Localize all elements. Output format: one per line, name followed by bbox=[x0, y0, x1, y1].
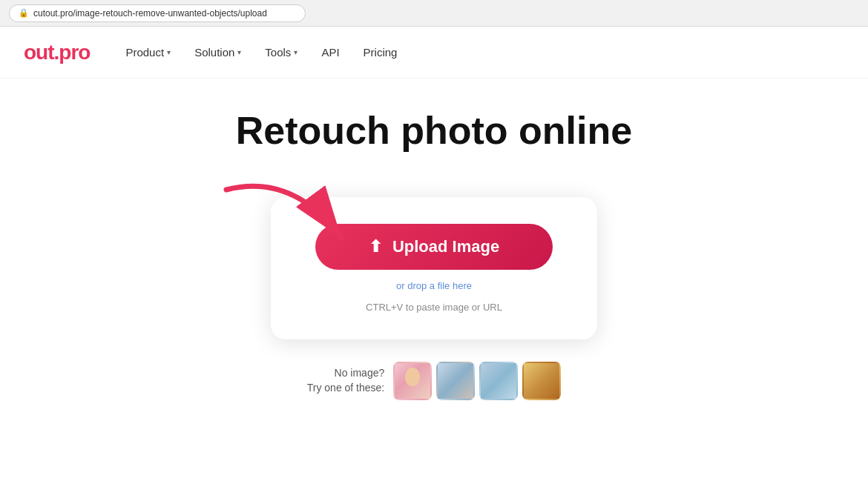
paste-text: CTRL+V to paste image or URL bbox=[366, 302, 502, 313]
nav-label-product: Product bbox=[125, 46, 164, 59]
nav-item-solution[interactable]: Solution ▾ bbox=[194, 46, 241, 59]
sample-label: No image? Try one of these: bbox=[307, 366, 385, 395]
nav-label-pricing: Pricing bbox=[364, 46, 398, 59]
chevron-down-icon: ▾ bbox=[237, 48, 241, 56]
nav-link-tools[interactable]: Tools ▾ bbox=[265, 46, 297, 59]
nav-label-tools: Tools bbox=[265, 46, 291, 59]
sample-thumb-3[interactable] bbox=[479, 362, 518, 400]
sample-label-line1: No image? bbox=[335, 367, 385, 379]
sample-label-line2: Try one of these: bbox=[307, 382, 385, 394]
nav-link-product[interactable]: Product ▾ bbox=[125, 46, 171, 59]
logo[interactable]: out.pro bbox=[24, 41, 90, 64]
lock-icon: 🔒 bbox=[19, 8, 29, 18]
nav-item-pricing[interactable]: Pricing bbox=[364, 46, 398, 59]
sample-thumb-2[interactable] bbox=[436, 362, 475, 400]
sample-section: No image? Try one of these: bbox=[307, 362, 562, 400]
url-bar[interactable]: 🔒 cutout.pro/image-retouch-remove-unwant… bbox=[9, 4, 306, 22]
upload-section: ⬆ Upload Image or drop a file here CTRL+… bbox=[174, 197, 694, 400]
nav-item-api[interactable]: API bbox=[321, 46, 339, 59]
sample-images bbox=[393, 362, 561, 400]
nav-item-product[interactable]: Product ▾ bbox=[125, 46, 171, 59]
upload-icon: ⬆ bbox=[369, 237, 382, 256]
nav-link-api[interactable]: API bbox=[321, 46, 339, 59]
arrow-icon bbox=[211, 175, 360, 264]
arrow-container bbox=[211, 175, 360, 264]
upload-button-label: Upload Image bbox=[392, 237, 499, 256]
nav-label-api: API bbox=[321, 46, 339, 59]
main-content: Retouch photo online ⬆ Upload Image or d… bbox=[0, 79, 868, 430]
chevron-down-icon: ▾ bbox=[294, 48, 297, 56]
nav-links: Product ▾ Solution ▾ Tools ▾ API Pricing bbox=[125, 46, 397, 59]
page-title: Retouch photo online bbox=[236, 108, 632, 153]
navbar: out.pro Product ▾ Solution ▾ Tools ▾ API bbox=[0, 27, 868, 79]
url-text: cutout.pro/image-retouch-remove-unwanted… bbox=[33, 8, 267, 19]
chevron-down-icon: ▾ bbox=[167, 48, 171, 56]
sample-thumb-4[interactable] bbox=[522, 362, 561, 400]
nav-link-pricing[interactable]: Pricing bbox=[364, 46, 398, 59]
logo-text: out.pro bbox=[24, 41, 90, 64]
sample-thumb-1[interactable] bbox=[393, 362, 432, 400]
browser-bar: 🔒 cutout.pro/image-retouch-remove-unwant… bbox=[0, 0, 868, 27]
nav-link-solution[interactable]: Solution ▾ bbox=[194, 46, 241, 59]
drop-text: or drop a file here bbox=[396, 280, 472, 291]
nav-label-solution: Solution bbox=[194, 46, 234, 59]
nav-item-tools[interactable]: Tools ▾ bbox=[265, 46, 297, 59]
